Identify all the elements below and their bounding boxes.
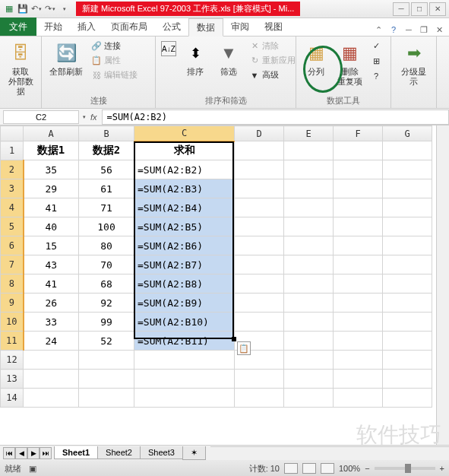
cell-C6[interactable]: =SUM(A2:B6): [134, 236, 235, 255]
cell-B4[interactable]: 71: [79, 198, 134, 217]
cell-A1[interactable]: 数据1: [24, 141, 79, 160]
cell-A10[interactable]: 33: [24, 313, 79, 332]
cell-B11[interactable]: 52: [79, 332, 134, 351]
cell-A6[interactable]: 15: [24, 236, 79, 255]
cell[interactable]: [284, 389, 334, 408]
cell-A3[interactable]: 29: [24, 179, 79, 198]
cell[interactable]: [284, 141, 334, 160]
maximize-button[interactable]: □: [411, 2, 428, 16]
cell-B9[interactable]: 92: [79, 294, 134, 313]
cell[interactable]: [235, 294, 284, 313]
cell-B8[interactable]: 68: [79, 274, 134, 294]
sheet-tab-3[interactable]: Sheet3: [140, 446, 183, 459]
row-header-8[interactable]: 8: [1, 274, 24, 294]
ribbon-minimize-icon[interactable]: ⌃: [372, 24, 385, 36]
cell[interactable]: [383, 313, 432, 332]
zoom-out-button[interactable]: −: [365, 464, 369, 473]
cell[interactable]: [235, 274, 284, 294]
tab-view[interactable]: 视图: [257, 17, 290, 36]
row-header-12[interactable]: 12: [1, 351, 24, 370]
cell-A8[interactable]: 41: [24, 274, 79, 294]
row-header-13[interactable]: 13: [1, 370, 24, 389]
cell-B2[interactable]: 56: [79, 160, 134, 179]
cell[interactable]: [79, 351, 134, 370]
row-header-11[interactable]: 11: [1, 332, 24, 351]
cell[interactable]: [334, 313, 383, 332]
cell[interactable]: [383, 389, 432, 408]
tab-formula[interactable]: 公式: [155, 17, 188, 36]
cell-C4[interactable]: =SUM(A2:B4): [134, 198, 235, 217]
cell-A11[interactable]: 24: [24, 332, 79, 351]
cell[interactable]: [383, 370, 432, 389]
redo-icon[interactable]: ↷▾: [44, 3, 56, 15]
cell[interactable]: [284, 217, 334, 236]
help-icon[interactable]: ?: [387, 24, 400, 36]
cell[interactable]: [284, 160, 334, 179]
mdi-close-icon[interactable]: ✕: [432, 24, 446, 36]
row-header-4[interactable]: 4: [1, 198, 24, 217]
save-icon[interactable]: 💾: [17, 3, 29, 15]
formula-bar[interactable]: =SUM(A2:B2): [102, 109, 449, 125]
fx-icon[interactable]: fx: [86, 113, 102, 122]
close-button[interactable]: ✕: [429, 2, 446, 16]
vertical-scrollbar[interactable]: [436, 125, 449, 445]
remove-duplicates-button[interactable]: ▦ 删除 重复项: [334, 40, 365, 88]
select-all-corner[interactable]: [1, 126, 24, 141]
excel-icon[interactable]: ▦: [3, 3, 15, 15]
cell[interactable]: [383, 332, 432, 351]
row-header-2[interactable]: 2: [1, 160, 24, 179]
text-to-columns-button[interactable]: ▦ 分列: [301, 40, 331, 78]
edit-links-button[interactable]: ⛓编辑链接: [89, 68, 140, 81]
cell[interactable]: [235, 160, 284, 179]
page-break-view-button[interactable]: [321, 463, 334, 474]
cell[interactable]: [284, 274, 334, 294]
clear-filter-button[interactable]: ✕清除: [247, 40, 298, 52]
cell[interactable]: [235, 198, 284, 217]
mdi-restore-icon[interactable]: ❐: [417, 24, 431, 36]
cell-B3[interactable]: 61: [79, 179, 134, 198]
tab-data[interactable]: 数据: [188, 18, 223, 36]
cell[interactable]: [334, 389, 383, 408]
tab-layout[interactable]: 页面布局: [103, 17, 155, 36]
cell[interactable]: [383, 217, 432, 236]
paste-options-icon[interactable]: 📋: [237, 341, 251, 355]
cell-A9[interactable]: 26: [24, 294, 79, 313]
get-external-data-button[interactable]: 🗄 获取 外部数据: [5, 40, 36, 99]
cell-C11[interactable]: =SUM(A2:B11): [134, 332, 235, 351]
cell-A4[interactable]: 41: [24, 198, 79, 217]
advanced-filter-button[interactable]: ▼高级: [247, 68, 298, 81]
cell[interactable]: [383, 255, 432, 274]
cell[interactable]: [24, 389, 79, 408]
cell[interactable]: [334, 370, 383, 389]
mdi-minimize-icon[interactable]: ─: [402, 24, 416, 36]
cell[interactable]: [284, 236, 334, 255]
cell-A2[interactable]: 35: [24, 160, 79, 179]
sheet-tab-1[interactable]: Sheet1: [54, 446, 98, 459]
cell[interactable]: [24, 370, 79, 389]
cell-C5[interactable]: =SUM(A2:B5): [134, 217, 235, 236]
qat-more-icon[interactable]: ▾: [58, 3, 70, 15]
cell[interactable]: [235, 141, 284, 160]
refresh-all-button[interactable]: 🔄 全部刷新: [46, 40, 86, 78]
properties-button[interactable]: 📋属性: [89, 54, 140, 67]
cell[interactable]: [334, 179, 383, 198]
cell[interactable]: [284, 198, 334, 217]
row-header-14[interactable]: 14: [1, 389, 24, 408]
cell[interactable]: [383, 141, 432, 160]
row-header-6[interactable]: 6: [1, 236, 24, 255]
cell[interactable]: [334, 255, 383, 274]
zoom-in-button[interactable]: +: [440, 464, 444, 473]
cell[interactable]: [383, 198, 432, 217]
cell-C2[interactable]: =SUM(A2:B2): [134, 160, 235, 179]
cell-C9[interactable]: =SUM(A2:B9): [134, 294, 235, 313]
cell[interactable]: [79, 370, 134, 389]
cell-C10[interactable]: =SUM(A2:B10): [134, 313, 235, 332]
data-validation-button[interactable]: ✓: [368, 40, 384, 52]
outline-button[interactable]: ➡ 分级显示: [396, 40, 432, 88]
col-header-B[interactable]: B: [79, 126, 134, 141]
cell-A7[interactable]: 43: [24, 255, 79, 274]
cell[interactable]: [383, 160, 432, 179]
row-header-10[interactable]: 10: [1, 313, 24, 332]
row-header-7[interactable]: 7: [1, 255, 24, 274]
cell[interactable]: [383, 351, 432, 370]
